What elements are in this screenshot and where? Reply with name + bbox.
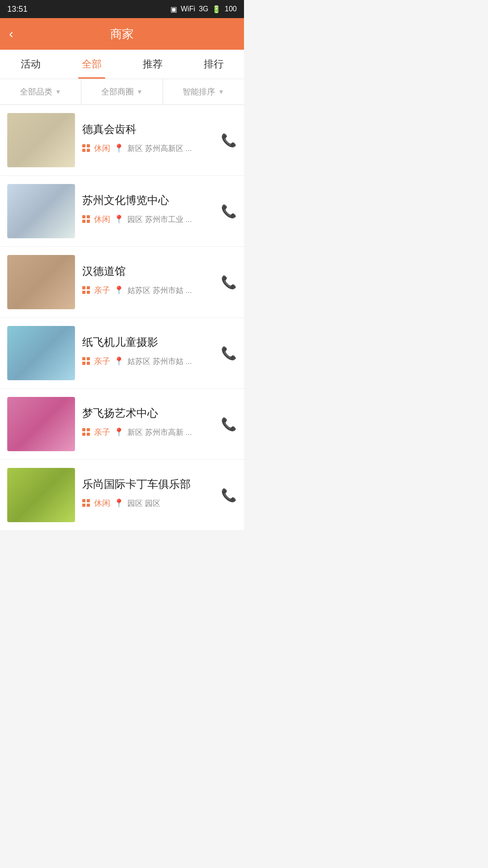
merchant-address: 园区 园区: [127, 498, 160, 509]
merchant-address: 姑苏区 苏州市姑 ...: [127, 356, 192, 367]
merchant-category: 亲子: [94, 356, 110, 367]
merchant-address: 新区 苏州高新区 ...: [127, 143, 192, 154]
battery-level: 100: [225, 5, 237, 13]
merchant-category: 休闲: [94, 214, 110, 225]
tab-recommended[interactable]: 推荐: [122, 50, 183, 79]
header: ‹ 商家: [0, 18, 244, 50]
merchant-info: 乐尚国际卡丁车俱乐部 休闲 📍 园区 园区: [82, 477, 214, 513]
merchant-name: 纸飞机儿童摄影: [82, 335, 214, 349]
merchant-category-row: 亲子 📍 姑苏区 苏州市姑 ...: [82, 356, 214, 367]
chevron-down-icon: ▼: [55, 88, 61, 95]
merchant-thumbnail: [7, 184, 75, 238]
category-icon: [82, 499, 90, 507]
tab-bar: 活动 全部 推荐 排行: [0, 50, 244, 79]
page-title: 商家: [110, 26, 134, 42]
phone-icon[interactable]: 📞: [221, 417, 237, 432]
category-icon: [82, 357, 90, 365]
merchant-category-row: 亲子 📍 姑苏区 苏州市姑 ...: [82, 285, 214, 296]
merchant-info: 梦飞扬艺术中心 亲子 📍 新区 苏州市高新 ...: [82, 406, 214, 442]
merchant-category-row: 亲子 📍 新区 苏州市高新 ...: [82, 427, 214, 438]
filter-bar: 全部品类 ▼ 全部商圈 ▼ 智能排序 ▼: [0, 79, 244, 105]
chevron-down-icon: ▼: [218, 88, 224, 95]
merchant-address: 新区 苏州市高新 ...: [127, 427, 192, 438]
chevron-down-icon: ▼: [136, 88, 143, 95]
category-icon: [82, 215, 90, 223]
merchant-category: 亲子: [94, 427, 110, 438]
merchant-category-row: 休闲 📍 园区 园区: [82, 498, 214, 509]
merchant-info: 苏州文化博览中心 休闲 📍 园区 苏州市工业 ...: [82, 193, 214, 229]
filter-area[interactable]: 全部商圈 ▼: [81, 79, 163, 104]
list-item[interactable]: 梦飞扬艺术中心 亲子 📍 新区 苏州市高新 ... 📞: [0, 389, 244, 460]
list-item[interactable]: 汉德道馆 亲子 📍 姑苏区 苏州市姑 ... 📞: [0, 247, 244, 318]
merchant-category: 休闲: [94, 143, 110, 154]
merchant-category-row: 休闲 📍 新区 苏州高新区 ...: [82, 143, 214, 154]
merchant-info: 德真会齿科 休闲 📍 新区 苏州高新区 ...: [82, 122, 214, 158]
merchant-address: 姑苏区 苏州市姑 ...: [127, 285, 192, 296]
merchant-category-row: 休闲 📍 园区 苏州市工业 ...: [82, 214, 214, 225]
merchant-name: 苏州文化博览中心: [82, 193, 214, 208]
list-item[interactable]: 乐尚国际卡丁车俱乐部 休闲 📍 园区 园区 📞: [0, 460, 244, 531]
location-pin-icon: 📍: [114, 427, 124, 437]
phone-icon[interactable]: 📞: [221, 275, 237, 290]
location-pin-icon: 📍: [114, 498, 124, 508]
merchant-info: 汉德道馆 亲子 📍 姑苏区 苏州市姑 ...: [82, 264, 214, 300]
phone-icon[interactable]: 📞: [221, 133, 237, 148]
status-icons: ▣ WiFi 3G 🔋 100: [170, 5, 237, 14]
tab-ranking[interactable]: 排行: [183, 50, 244, 79]
category-icon: [82, 286, 90, 294]
merchant-name: 梦飞扬艺术中心: [82, 406, 214, 420]
filter-category[interactable]: 全部品类 ▼: [0, 79, 81, 104]
tab-all[interactable]: 全部: [61, 50, 122, 79]
merchant-thumbnail: [7, 397, 75, 451]
battery-icon: 🔋: [212, 5, 221, 14]
filter-sort[interactable]: 智能排序 ▼: [163, 79, 244, 104]
merchant-list: 德真会齿科 休闲 📍 新区 苏州高新区 ... 📞 苏州: [0, 105, 244, 531]
location-pin-icon: 📍: [114, 143, 124, 153]
merchant-name: 汉德道馆: [82, 264, 214, 278]
merchant-thumbnail: [7, 326, 75, 380]
list-item[interactable]: 苏州文化博览中心 休闲 📍 园区 苏州市工业 ... 📞: [0, 176, 244, 247]
merchant-name: 德真会齿科: [82, 122, 214, 137]
tab-activities[interactable]: 活动: [0, 50, 61, 79]
location-pin-icon: 📍: [114, 356, 124, 366]
location-pin-icon: 📍: [114, 214, 124, 224]
status-time: 13:51: [7, 5, 28, 14]
vibrate-icon: ▣: [170, 5, 177, 14]
merchant-thumbnail: [7, 113, 75, 167]
status-bar: 13:51 ▣ WiFi 3G 🔋 100: [0, 0, 244, 18]
list-item[interactable]: 德真会齿科 休闲 📍 新区 苏州高新区 ... 📞: [0, 105, 244, 176]
category-icon: [82, 144, 90, 152]
wifi-icon: WiFi: [181, 5, 195, 13]
merchant-category: 亲子: [94, 285, 110, 296]
phone-icon[interactable]: 📞: [221, 488, 237, 503]
merchant-info: 纸飞机儿童摄影 亲子 📍 姑苏区 苏州市姑 ...: [82, 335, 214, 371]
category-icon: [82, 428, 90, 436]
list-item[interactable]: 纸飞机儿童摄影 亲子 📍 姑苏区 苏州市姑 ... 📞: [0, 318, 244, 389]
back-button[interactable]: ‹: [9, 27, 13, 41]
signal-icon: 3G: [199, 5, 208, 13]
merchant-thumbnail: [7, 468, 75, 522]
merchant-name: 乐尚国际卡丁车俱乐部: [82, 477, 214, 491]
location-pin-icon: 📍: [114, 285, 124, 295]
merchant-category: 休闲: [94, 498, 110, 509]
phone-icon[interactable]: 📞: [221, 346, 237, 361]
merchant-address: 园区 苏州市工业 ...: [127, 214, 192, 225]
phone-icon[interactable]: 📞: [221, 204, 237, 219]
merchant-thumbnail: [7, 255, 75, 309]
